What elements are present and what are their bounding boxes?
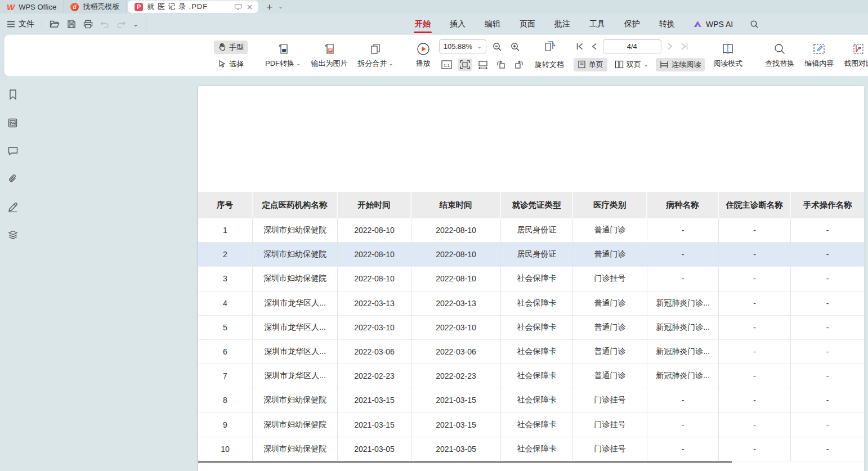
table-cell: 2022-03-13 xyxy=(338,291,411,315)
table-cell: 2022-08-10 xyxy=(411,267,501,290)
table-cell: 新冠肺炎门诊... xyxy=(647,340,719,364)
menu-tab-convert[interactable]: 转换 xyxy=(658,15,676,33)
tab-list-chevron-icon[interactable]: ⌄ xyxy=(278,4,283,10)
menu-tab-home[interactable]: 开始 xyxy=(414,15,432,33)
attachment-icon[interactable] xyxy=(6,172,20,186)
screenshot-compare-button[interactable]: 截图对比 xyxy=(839,40,868,71)
table-row[interactable]: 7深圳市龙华区人...2022-02-232022-02-23社会保障卡普通门诊… xyxy=(198,364,864,388)
page-number-input[interactable]: 4/4 xyxy=(603,39,661,53)
table-cell: 2022-08-10 xyxy=(338,267,411,290)
zoom-level-value: 105.88% xyxy=(444,42,472,51)
device-monitor-icon[interactable] xyxy=(234,3,242,10)
save-icon[interactable] xyxy=(67,20,76,29)
comment-icon[interactable] xyxy=(6,143,20,158)
zoom-out-icon[interactable] xyxy=(490,40,504,53)
table-header-row: 序号定点医药机构名称开始时间结束时间就诊凭证类型医疗类别病种名称住院主诊断名称手… xyxy=(198,192,864,218)
table-cell: 2021-03-15 xyxy=(338,388,411,412)
single-page-button[interactable]: 单页 xyxy=(574,58,607,71)
column-header: 结束时间 xyxy=(411,192,501,218)
table-row[interactable]: 8深圳市妇幼保健院2021-03-152021-03-15社会保障卡门诊挂号--… xyxy=(198,388,864,412)
zoom-in-icon[interactable] xyxy=(508,40,522,53)
table-cell: 深圳市妇幼保健院 xyxy=(253,243,338,266)
next-page-icon[interactable] xyxy=(665,41,675,52)
actual-size-button[interactable]: 1:1 xyxy=(439,59,454,71)
hand-tool-label: 手型 xyxy=(229,42,244,52)
quickbar-chevron-icon[interactable]: ⌄ xyxy=(133,21,138,28)
play-button[interactable]: 播放 xyxy=(411,40,436,71)
pdf-convert-label: PDF转换 xyxy=(265,59,294,69)
table-cell: 深圳市龙华区人... xyxy=(253,291,338,315)
column-header: 定点医药机构名称 xyxy=(253,192,338,218)
signature-icon[interactable] xyxy=(6,200,20,214)
table-row[interactable]: 1深圳市妇幼保健院2022-08-102022-08-10居民身份证普通门诊--… xyxy=(198,218,864,243)
tab-wps-office[interactable]: W WPS Office xyxy=(0,0,64,14)
double-page-button[interactable]: 双页 ⌄ xyxy=(611,58,652,71)
cursor-icon xyxy=(218,60,226,68)
menu-tab-protect[interactable]: 保护 xyxy=(623,15,641,33)
first-page-icon[interactable] xyxy=(574,41,586,52)
table-row[interactable]: 4深圳市龙华区人...2022-03-132022-03-13社会保障卡普通门诊… xyxy=(198,291,864,316)
menu-tab-page[interactable]: 页面 xyxy=(518,15,536,33)
split-merge-button[interactable]: 拆分合并⌄ xyxy=(352,40,398,71)
previous-page-icon[interactable] xyxy=(589,41,599,52)
close-tab-icon[interactable] xyxy=(247,4,253,10)
menu-search-icon[interactable] xyxy=(750,20,759,29)
wps-ai-button[interactable]: WPS AI xyxy=(693,20,733,29)
single-page-label: 单页 xyxy=(589,60,603,70)
thumbnail-icon[interactable] xyxy=(6,115,20,130)
open-file-icon[interactable] xyxy=(50,20,60,28)
table-cell: 2022-03-13 xyxy=(411,291,501,315)
tab-docer-templates[interactable]: d 找稻壳模板 xyxy=(64,0,127,14)
last-page-icon[interactable] xyxy=(678,41,691,52)
table-row[interactable]: 10深圳市妇幼保健院2021-03-052021-03-05社会保障卡门诊挂号-… xyxy=(198,437,864,461)
fit-page-button[interactable] xyxy=(458,59,472,71)
table-cell: 普通门诊 xyxy=(573,291,647,315)
pdf-page[interactable]: 序号定点医药机构名称开始时间结束时间就诊凭证类型医疗类别病种名称住院主诊断名称手… xyxy=(198,86,864,471)
continuous-read-button[interactable]: 连续阅读 xyxy=(656,58,705,71)
menu-tab-comment[interactable]: 批注 xyxy=(553,15,571,33)
table-bottom-border xyxy=(198,461,732,463)
undo-icon[interactable] xyxy=(100,20,109,28)
table-row[interactable]: 2深圳市妇幼保健院2022-08-102022-08-10居民身份证普通门诊--… xyxy=(198,243,864,267)
table-row[interactable]: 3深圳市妇幼保健院2022-08-102022-08-10社会保障卡门诊挂号--… xyxy=(198,267,864,291)
table-cell: 深圳市妇幼保健院 xyxy=(253,437,338,461)
rotate-left-icon[interactable] xyxy=(494,59,508,71)
table-cell: 深圳市妇幼保健院 xyxy=(253,267,338,290)
pdf-convert-button[interactable]: W PDF转换⌄ xyxy=(260,40,306,71)
fit-width-button[interactable] xyxy=(476,59,490,71)
redo-icon[interactable] xyxy=(117,20,126,28)
continuous-read-icon xyxy=(660,61,669,69)
hand-tool-button[interactable]: 手型 xyxy=(214,41,248,54)
chevron-down-icon: ⌄ xyxy=(644,62,648,68)
file-menu-label: 文件 xyxy=(19,19,34,29)
bookmark-icon[interactable] xyxy=(6,87,20,102)
table-cell: - xyxy=(719,340,791,364)
table-row[interactable]: 6深圳市龙华区人...2022-03-062022-03-06社会保障卡普通门诊… xyxy=(198,340,864,364)
table-cell: - xyxy=(719,291,791,315)
print-icon[interactable] xyxy=(83,20,93,29)
menu-tab-insert[interactable]: 插入 xyxy=(449,15,467,33)
new-tab-icon[interactable]: + xyxy=(266,2,272,12)
table-cell: 居民身份证 xyxy=(501,218,573,242)
menu-tab-edit[interactable]: 编辑 xyxy=(484,15,502,33)
edit-content-button[interactable]: 编辑内容 xyxy=(799,40,839,71)
zoom-level-select[interactable]: 105.88% ⌄ xyxy=(439,39,486,53)
table-cell: - xyxy=(719,413,791,437)
tab-document-pdf[interactable]: P 就 医 记 录 .PDF xyxy=(128,1,258,13)
menu-tab-tools[interactable]: 工具 xyxy=(588,15,606,33)
file-menu-button[interactable]: 文件 xyxy=(7,19,34,29)
read-mode-button[interactable]: 阅读模式 xyxy=(708,40,748,71)
rotate-document-button[interactable]: 旋转文档 xyxy=(531,58,568,71)
layers-icon[interactable] xyxy=(6,228,20,243)
export-image-button[interactable]: 输出为图片 xyxy=(306,40,352,71)
table-row[interactable]: 9深圳市妇幼保健院2021-03-152021-03-15社会保障卡门诊挂号--… xyxy=(198,413,864,437)
rotate-right-icon[interactable] xyxy=(512,59,526,71)
find-replace-button[interactable]: 查找替换 xyxy=(760,40,799,71)
column-header: 开始时间 xyxy=(338,192,411,218)
table-row[interactable]: 5深圳市龙华区人...2022-03-102022-03-10社会保障卡普通门诊… xyxy=(198,316,864,340)
select-tool-button[interactable]: 选择 xyxy=(214,57,248,71)
tab-label: 就 医 记 录 .PDF xyxy=(147,2,230,12)
pdf-file-icon: P xyxy=(135,3,143,11)
table-cell: 10 xyxy=(198,437,253,461)
table-cell: - xyxy=(791,364,864,388)
